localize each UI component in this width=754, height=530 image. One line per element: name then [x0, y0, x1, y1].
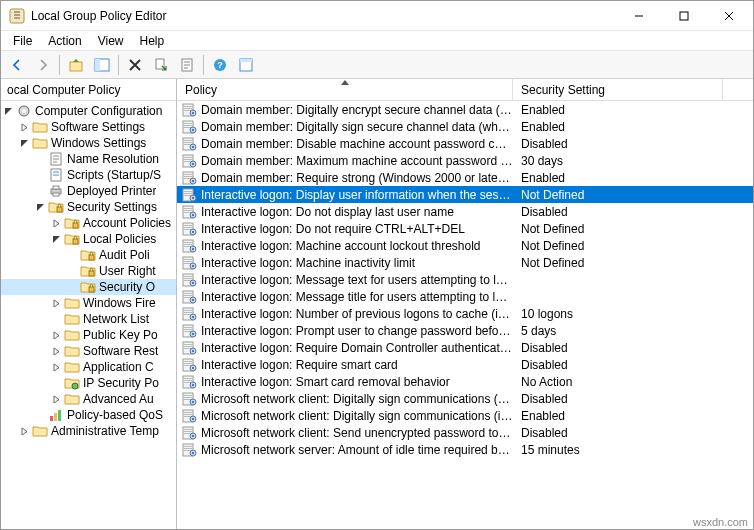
menu-view[interactable]: View — [90, 32, 132, 50]
tree-item[interactable]: Account Policies — [1, 215, 176, 231]
menu-file[interactable]: File — [5, 32, 40, 50]
properties-button[interactable] — [175, 53, 199, 77]
column-header-policy[interactable]: Policy — [177, 79, 513, 100]
list-cell-policy: Interactive logon: Machine inactivity li… — [177, 255, 513, 271]
svg-rect-25 — [50, 416, 53, 421]
twisty-closed-icon[interactable] — [19, 426, 30, 437]
list-row[interactable]: Domain member: Maximum machine account p… — [177, 152, 753, 169]
menu-help[interactable]: Help — [132, 32, 173, 50]
tree-item[interactable]: Scripts (Startup/S — [1, 167, 176, 183]
twisty-closed-icon[interactable] — [51, 330, 62, 341]
svg-rect-51 — [192, 163, 194, 165]
policy-name: Interactive logon: Require Domain Contro… — [201, 341, 513, 355]
list-cell-setting: 15 minutes — [513, 443, 723, 457]
tree-item[interactable]: Security Settings — [1, 199, 176, 215]
twisty-open-icon[interactable] — [51, 234, 62, 245]
tree-item[interactable]: Windows Fire — [1, 295, 176, 311]
refresh-button[interactable] — [234, 53, 258, 77]
folder-lock-icon — [48, 199, 64, 215]
export-button[interactable] — [149, 53, 173, 77]
tree-item[interactable]: Public Key Po — [1, 327, 176, 343]
twisty-closed-icon[interactable] — [51, 362, 62, 373]
list-row[interactable]: Interactive logon: Prompt user to change… — [177, 322, 753, 339]
list-row[interactable]: Microsoft network client: Digitally sign… — [177, 407, 753, 424]
list-row[interactable]: Microsoft network server: Amount of idle… — [177, 441, 753, 458]
list-row[interactable]: Interactive logon: Require Domain Contro… — [177, 339, 753, 356]
list-row[interactable]: Interactive logon: Display user informat… — [177, 186, 753, 203]
list-row[interactable]: Interactive logon: Smart card removal be… — [177, 373, 753, 390]
svg-rect-111 — [192, 333, 194, 335]
page-icon — [48, 151, 64, 167]
svg-rect-29 — [184, 106, 192, 107]
list-row[interactable]: Interactive logon: Message title for use… — [177, 288, 753, 305]
list-row[interactable]: Domain member: Disable machine account p… — [177, 135, 753, 152]
twisty-open-icon[interactable] — [3, 106, 14, 117]
list-row[interactable]: Microsoft network client: Send unencrypt… — [177, 424, 753, 441]
tree-item[interactable]: Security O — [1, 279, 176, 295]
list-row[interactable]: Microsoft network client: Digitally sign… — [177, 390, 753, 407]
tree-item[interactable]: Software Settings — [1, 119, 176, 135]
svg-rect-65 — [184, 208, 192, 209]
tree-item[interactable]: Application C — [1, 359, 176, 375]
svg-rect-102 — [184, 312, 192, 313]
close-button[interactable] — [706, 2, 751, 30]
list-row[interactable]: Interactive logon: Do not require CTRL+A… — [177, 220, 753, 237]
delete-button[interactable] — [123, 53, 147, 77]
tree-item[interactable]: Local Policies — [1, 231, 176, 247]
twisty-closed-icon[interactable] — [19, 122, 30, 133]
twisty-closed-icon[interactable] — [51, 218, 62, 229]
menu-action[interactable]: Action — [40, 32, 89, 50]
tree-header[interactable]: ocal Computer Policy — [1, 79, 176, 101]
list-row[interactable]: Domain member: Digitally sign secure cha… — [177, 118, 753, 135]
svg-rect-72 — [184, 227, 192, 228]
help-button[interactable]: ? — [208, 53, 232, 77]
list-row[interactable]: Interactive logon: Message text for user… — [177, 271, 753, 288]
show-hide-tree-button[interactable] — [90, 53, 114, 77]
list-row[interactable]: Interactive logon: Do not display last u… — [177, 203, 753, 220]
tree-item[interactable]: Software Rest — [1, 343, 176, 359]
twisty-open-icon[interactable] — [19, 138, 30, 149]
twisty-closed-icon[interactable] — [51, 298, 62, 309]
tree-item[interactable]: Windows Settings — [1, 135, 176, 151]
list-row[interactable]: Interactive logon: Machine inactivity li… — [177, 254, 753, 271]
policy-name: Microsoft network client: Digitally sign… — [201, 392, 513, 406]
list-row[interactable]: Domain member: Require strong (Windows 2… — [177, 169, 753, 186]
twisty-open-icon[interactable] — [35, 202, 46, 213]
tree-item[interactable]: Computer Configuration — [1, 103, 176, 119]
up-button[interactable] — [64, 53, 88, 77]
list-row[interactable]: Interactive logon: Number of previous lo… — [177, 305, 753, 322]
tree-item[interactable]: Name Resolution — [1, 151, 176, 167]
svg-rect-0 — [10, 9, 24, 23]
tree-item-label: Account Policies — [83, 216, 171, 230]
list-cell-setting: 30 days — [513, 154, 723, 168]
svg-rect-90 — [184, 278, 192, 279]
tree-item[interactable]: Network List — [1, 311, 176, 327]
svg-rect-83 — [184, 259, 192, 260]
tree-item[interactable]: User Right — [1, 263, 176, 279]
twisty-closed-icon[interactable] — [51, 394, 62, 405]
list-cell-setting: Not Defined — [513, 188, 723, 202]
list-row[interactable]: Domain member: Digitally encrypt secure … — [177, 101, 753, 118]
policy-name: Interactive logon: Smart card removal be… — [201, 375, 450, 389]
list-cell-setting: Disabled — [513, 137, 723, 151]
twisty-closed-icon[interactable] — [51, 346, 62, 357]
tree-item[interactable]: IP Security Po — [1, 375, 176, 391]
tree-item[interactable]: Deployed Printer — [1, 183, 176, 199]
tree-item[interactable]: Policy-based QoS — [1, 407, 176, 423]
minimize-button[interactable] — [616, 2, 661, 30]
column-header-setting[interactable]: Security Setting — [513, 79, 723, 100]
svg-rect-149 — [184, 446, 192, 447]
list-row[interactable]: Interactive logon: Require smart cardDis… — [177, 356, 753, 373]
tree-item[interactable]: Advanced Au — [1, 391, 176, 407]
svg-rect-59 — [184, 191, 192, 192]
list-row[interactable]: Interactive logon: Machine account locko… — [177, 237, 753, 254]
policy-item-icon — [181, 221, 197, 237]
maximize-button[interactable] — [661, 2, 706, 30]
back-button[interactable] — [5, 53, 29, 77]
tree-item[interactable]: Audit Poli — [1, 247, 176, 263]
policy-name: Domain member: Require strong (Windows 2… — [201, 171, 513, 185]
policy-item-icon — [181, 136, 197, 152]
forward-button[interactable] — [31, 53, 55, 77]
tree-item[interactable]: Administrative Temp — [1, 423, 176, 439]
svg-rect-69 — [192, 214, 194, 216]
